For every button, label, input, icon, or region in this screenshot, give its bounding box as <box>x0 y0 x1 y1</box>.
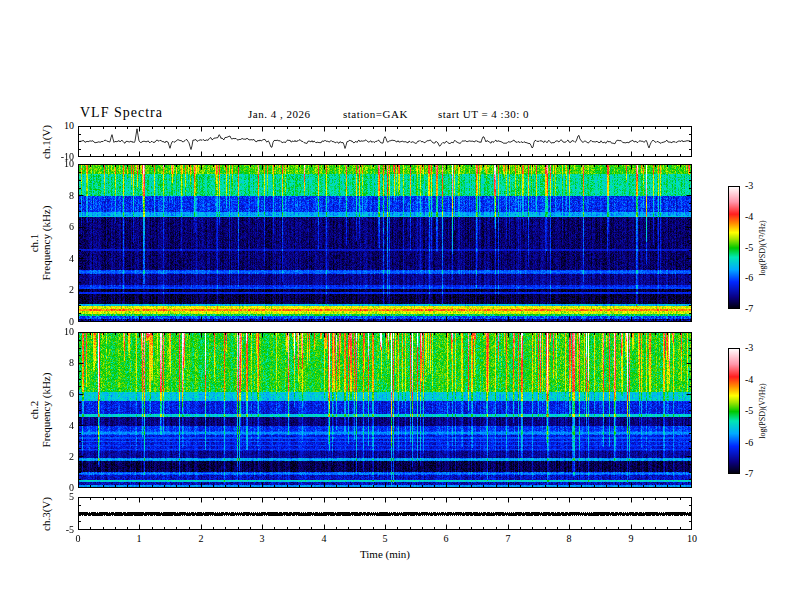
ch1-freq-tick: 4 <box>48 254 74 264</box>
ch3-voltage-tick: 5 <box>48 492 74 502</box>
time-tick: 6 <box>434 534 458 544</box>
time-tick: 10 <box>680 534 704 544</box>
ch3-waveform-panel <box>78 497 692 530</box>
colorbar1-tick: -4 <box>745 212 767 222</box>
time-tick: 0 <box>66 534 90 544</box>
time-tick: 3 <box>250 534 274 544</box>
ch2-frequency-axis-label: ch.2 Frequency (kHz) <box>28 373 52 448</box>
ch1-spec-channel-text: ch.1 <box>28 206 40 281</box>
ch2-freq-tick: 6 <box>48 389 74 399</box>
time-tick: 5 <box>373 534 397 544</box>
vlf-spectra-figure: VLF Spectra Jan. 4 , 2026 station=GAK st… <box>0 0 792 612</box>
ch1-spec-freq-text: Frequency (kHz) <box>40 206 52 281</box>
colorbar2-tick: -6 <box>745 438 767 448</box>
colorbar2-tick: -3 <box>745 343 767 353</box>
station-label: station=GAK <box>343 108 408 120</box>
time-axis-label: Time (min) <box>335 548 435 560</box>
ch1-freq-tick: 6 <box>48 222 74 232</box>
ch1-spectrogram-panel <box>78 164 692 322</box>
time-tick: 1 <box>127 534 151 544</box>
colorbar2-tick: -5 <box>745 406 767 416</box>
time-tick: 9 <box>619 534 643 544</box>
ch1-freq-tick: 2 <box>48 285 74 295</box>
ch1-freq-tick: 10 <box>48 159 74 169</box>
colorbar2-tick: -7 <box>745 469 767 479</box>
time-tick: 8 <box>557 534 581 544</box>
ch2-freq-tick: 10 <box>48 327 74 337</box>
ch1-voltage-tick: 10 <box>48 121 74 131</box>
time-tick: 2 <box>189 534 213 544</box>
colorbar-ch1 <box>728 186 740 309</box>
ch2-spectrogram-panel <box>78 332 692 488</box>
ch2-freq-tick: 8 <box>48 358 74 368</box>
figure-date: Jan. 4 , 2026 <box>248 108 310 120</box>
ch2-freq-tick: 2 <box>48 452 74 462</box>
ch1-freq-tick: 8 <box>48 191 74 201</box>
colorbar1-tick: -5 <box>745 243 767 253</box>
colorbar1-tick: -6 <box>745 273 767 283</box>
time-tick: 7 <box>496 534 520 544</box>
start-ut-label: start UT = 4 :30: 0 <box>438 108 529 120</box>
ch1-waveform-panel <box>78 126 692 157</box>
colorbar1-tick: -3 <box>745 181 767 191</box>
ch1-frequency-axis-label: ch.1 Frequency (kHz) <box>28 206 52 281</box>
colorbar-ch2 <box>728 348 740 474</box>
ch2-freq-tick: 4 <box>48 421 74 431</box>
colorbar2-tick: -4 <box>745 375 767 385</box>
colorbar1-tick: -7 <box>745 304 767 314</box>
ch2-spec-freq-text: Frequency (kHz) <box>40 373 52 448</box>
ch2-spec-channel-text: ch.2 <box>28 373 40 448</box>
time-tick: 4 <box>312 534 336 544</box>
figure-title: VLF Spectra <box>80 105 163 121</box>
